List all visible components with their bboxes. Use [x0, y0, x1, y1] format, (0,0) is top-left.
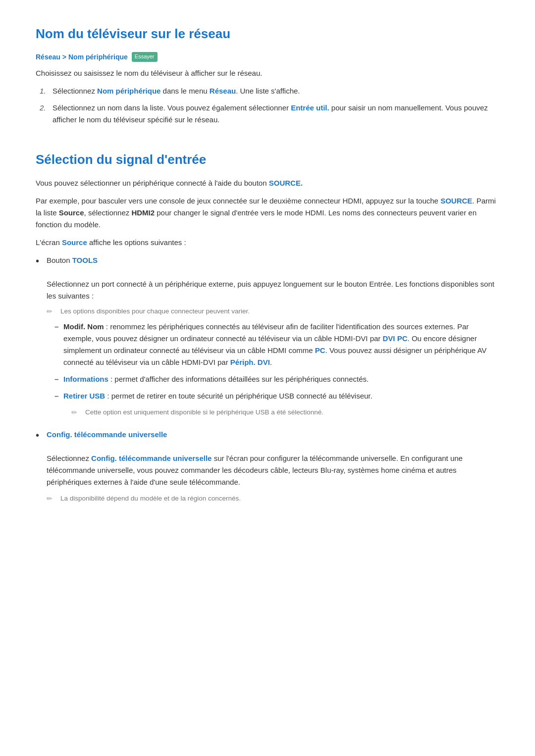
dash3-sym: –: [54, 390, 63, 402]
pencil-icon3: ✏: [47, 493, 58, 504]
dash1-h2: PC: [315, 346, 325, 354]
note3-text: La disponibilité dépend du modèle et de …: [60, 493, 241, 504]
dash-item-modif: – Modif. Nom : renommez les périphérique…: [54, 321, 499, 368]
dash3-label: Retirer USB: [63, 392, 105, 400]
bullet1-content: Bouton TOOLS Sélectionnez un port connec…: [47, 254, 499, 422]
step-2: 2. Sélectionnez un nom dans la liste. Vo…: [40, 102, 499, 126]
bullet-list: • Bouton TOOLS Sélectionnez un port conn…: [36, 254, 499, 508]
bullet1-label: Bouton TOOLS: [47, 256, 98, 264]
dash-item-informations: – Informations : permet d'afficher des i…: [54, 373, 499, 385]
breadcrumb: Réseau > Nom périphérique Essayer: [36, 51, 499, 62]
para2-h3: HDMI2: [131, 208, 155, 217]
step2-num: 2.: [40, 102, 53, 114]
dash-item-retirer-usb: – Retirer USB : permet de retirer en tou…: [54, 390, 499, 402]
try-badge[interactable]: Essayer: [132, 52, 158, 62]
bullet-item-config-telecommande: • Config. télécommande universelle Sélec…: [36, 429, 499, 508]
step2-content: Sélectionnez un nom dans la liste. Vous …: [53, 102, 499, 126]
section2-para3: L'écran Source affiche les options suiva…: [36, 237, 499, 249]
pencil-icon2: ✏: [71, 407, 83, 418]
dash3-content: Retirer USB : permet de retirer en toute…: [63, 390, 373, 402]
note3-item: ✏ La disponibilité dépend du modèle et d…: [47, 493, 499, 504]
step1-num: 1.: [40, 85, 53, 97]
note1-item: ✏ Les options disponibles pour chaque co…: [47, 306, 499, 317]
bullet2-label: Config. télécommande universelle: [47, 430, 167, 439]
step1-content: Sélectionnez Nom périphérique dans le me…: [53, 85, 300, 97]
section-network-name: Nom du téléviseur sur le réseau Réseau >…: [36, 24, 499, 126]
section2-title: Sélection du signal d'entrée: [36, 150, 499, 170]
section2-para2: Par exemple, pour basculer vers une cons…: [36, 195, 499, 231]
section1-steps: 1. Sélectionnez Nom périphérique dans le…: [36, 85, 499, 126]
dash1-sym: –: [54, 321, 63, 333]
step-1: 1. Sélectionnez Nom périphérique dans le…: [40, 85, 499, 97]
para1-highlight: SOURCE.: [269, 179, 303, 187]
dash2-sym: –: [54, 373, 63, 385]
section2-para1: Vous pouvez sélectionner un périphérique…: [36, 177, 499, 189]
dash-list: – Modif. Nom : renommez les périphérique…: [47, 321, 499, 402]
dash1-h1: DVI PC: [383, 334, 408, 343]
bullet2-desc: Sélectionnez Config. télécommande univer…: [47, 454, 463, 486]
breadcrumb-part1: Réseau: [36, 51, 60, 62]
step1-h1: Nom périphérique: [97, 87, 160, 95]
bullet-item-tools: • Bouton TOOLS Sélectionnez un port conn…: [36, 254, 499, 422]
bullet1-dot: •: [36, 254, 47, 267]
pencil-icon1: ✏: [47, 306, 58, 317]
dash1-label: Modif. Nom: [63, 322, 104, 331]
bullet2-h1: Config. télécommande universelle: [91, 454, 212, 462]
bullet2-content: Config. télécommande universelle Sélecti…: [47, 429, 499, 508]
step2-h1: Entrée util.: [291, 103, 329, 112]
note2-item: ✏ Cette option est uniquement disponible…: [47, 407, 499, 418]
note1-text: Les options disponibles pour chaque conn…: [60, 306, 250, 317]
tools-highlight: TOOLS: [72, 256, 98, 264]
para3-highlight: Source: [62, 238, 87, 247]
section1-title: Nom du téléviseur sur le réseau: [36, 24, 499, 45]
breadcrumb-separator: >: [62, 51, 66, 62]
bullet2-dot: •: [36, 429, 47, 442]
step1-h2: Réseau: [210, 87, 236, 95]
dash2-content: Informations : permet d'afficher des inf…: [63, 373, 369, 385]
note2-text: Cette option est uniquement disponible s…: [85, 407, 323, 418]
dash1-h3: Périph. DVI: [230, 358, 270, 366]
bullet1-desc: Sélectionnez un port connecté à un périp…: [47, 280, 494, 300]
para2-h2: Source: [59, 208, 84, 217]
section-signal-selection: Sélection du signal d'entrée Vous pouvez…: [36, 150, 499, 508]
dash2-label: Informations: [63, 375, 108, 383]
para2-h1: SOURCE: [440, 197, 472, 205]
dash1-content: Modif. Nom : renommez les périphériques …: [63, 321, 499, 368]
section1-intro: Choisissez ou saisissez le nom du télévi…: [36, 67, 499, 79]
breadcrumb-part2: Nom périphérique: [68, 51, 128, 62]
